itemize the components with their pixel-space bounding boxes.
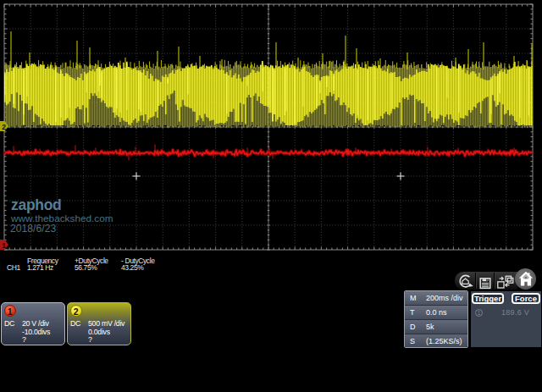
svg-text:zaphod: zaphod [11,196,61,213]
svg-text:1: 1 [2,241,6,250]
svg-text:2018/6/23: 2018/6/23 [10,223,56,235]
svg-text:2: 2 [2,123,6,131]
